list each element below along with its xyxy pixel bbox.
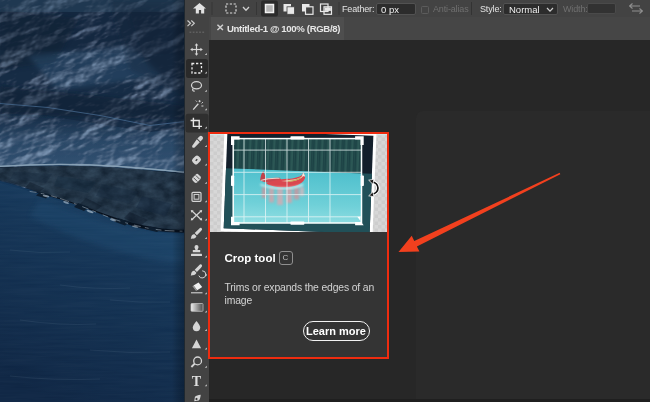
svg-text:T: T bbox=[192, 374, 202, 389]
